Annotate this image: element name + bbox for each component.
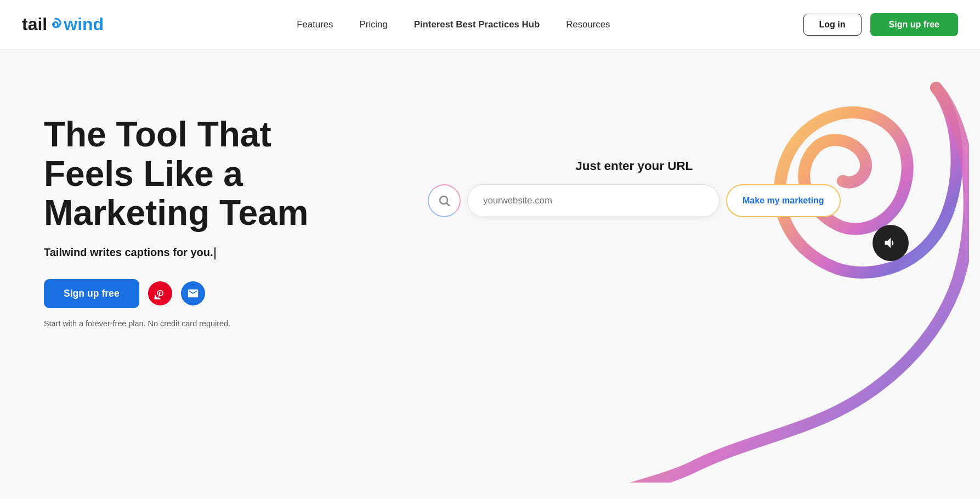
- hero-subtitle: Tailwind writes captions for you.: [44, 246, 351, 259]
- signup-nav-button[interactable]: Sign up free: [870, 13, 958, 36]
- pinterest-social-icon[interactable]: [148, 281, 172, 305]
- make-marketing-button[interactable]: Make my marketing: [726, 184, 841, 217]
- nav-links: Features Pricing Pinterest Best Practice…: [297, 19, 610, 30]
- hero-disclaimer: Start with a forever-free plan. No credi…: [44, 319, 351, 328]
- svg-line-2: [447, 203, 450, 206]
- logo-wind-icon: [48, 16, 63, 31]
- audio-button[interactable]: [873, 225, 909, 261]
- hero-cta-row: Sign up free: [44, 279, 351, 308]
- swirl-decoration: [585, 71, 969, 483]
- hero-left: The Tool That Feels Like a Marketing Tea…: [44, 93, 351, 328]
- navbar: tail wind Features Pricing Pinterest Bes…: [0, 0, 980, 49]
- svg-point-0: [52, 23, 55, 26]
- email-social-icon[interactable]: [181, 281, 205, 305]
- url-section: Just enter your URL Make my marketing: [428, 159, 841, 217]
- nav-link-features[interactable]: Features: [297, 19, 333, 30]
- nav-link-pinterest[interactable]: Pinterest Best Practices Hub: [414, 19, 540, 30]
- signup-hero-button[interactable]: Sign up free: [44, 279, 139, 308]
- hero-title: The Tool That Feels Like a Marketing Tea…: [44, 115, 351, 233]
- url-section-label: Just enter your URL: [428, 159, 841, 173]
- logo[interactable]: tail wind: [22, 14, 104, 35]
- login-button[interactable]: Log in: [803, 14, 862, 36]
- nav-actions: Log in Sign up free: [803, 13, 958, 36]
- cursor: [214, 247, 216, 259]
- hero-section: The Tool That Feels Like a Marketing Tea…: [0, 49, 980, 499]
- logo-wind-text: wind: [64, 14, 104, 35]
- search-circle-icon: [428, 184, 461, 217]
- nav-link-pricing[interactable]: Pricing: [359, 19, 387, 30]
- logo-tail-text: tail: [22, 14, 47, 35]
- nav-link-resources[interactable]: Resources: [566, 19, 610, 30]
- url-input-row: Make my marketing: [428, 184, 841, 217]
- hero-right: Just enter your URL Make my marketing: [384, 93, 936, 477]
- url-input[interactable]: [467, 184, 720, 217]
